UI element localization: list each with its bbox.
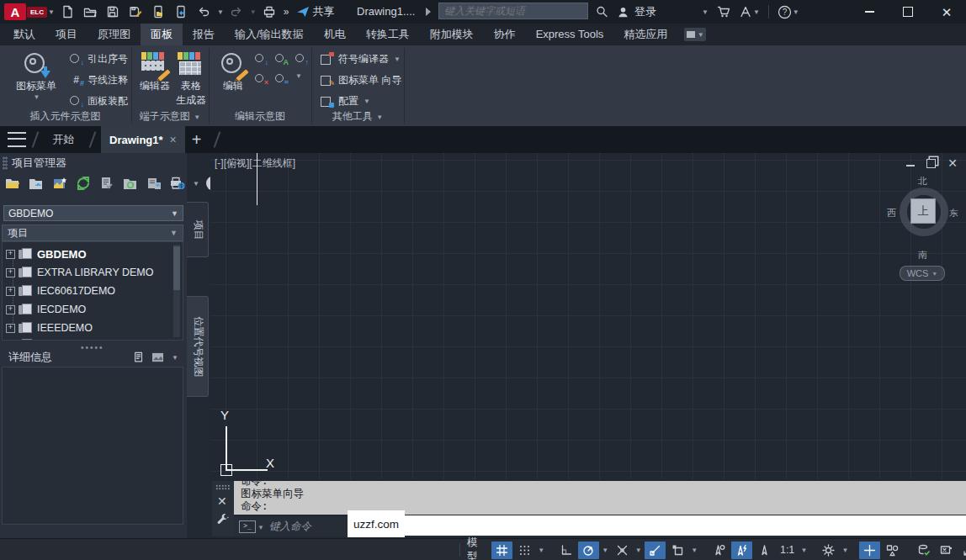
tree-scrollbar[interactable] <box>173 245 180 337</box>
new-file-button[interactable] <box>57 3 77 21</box>
command-prompt-icon[interactable]: >_ <box>239 520 256 533</box>
command-dropdown-icon[interactable]: ▼ <box>257 524 264 531</box>
file-tab-start[interactable]: 开始 <box>45 126 83 153</box>
polar-tracking-button[interactable] <box>578 542 599 559</box>
close-button[interactable]: ✕ <box>927 0 966 24</box>
qat-overflow-icon[interactable]: » <box>284 6 288 18</box>
tree-item-iec60617[interactable]: + IEC60617DEMO <box>6 283 115 299</box>
undo-dropdown-icon[interactable]: ▼ <box>217 8 224 16</box>
panel-assembly-button[interactable]: ↓ 面板装配 <box>69 94 128 108</box>
signin-dropdown-icon[interactable]: ▼ <box>702 8 709 16</box>
expand-icon[interactable]: + <box>6 305 15 314</box>
annotation-autoscale-button[interactable] <box>731 542 752 559</box>
scale-dropdown-icon[interactable]: ▼ <box>799 542 809 559</box>
balloon-button[interactable]: ↓ 引出序号 <box>69 52 128 66</box>
isodraft-dropdown-icon[interactable]: ▼ <box>690 542 699 559</box>
tab-add-ins[interactable]: 附加模块 <box>420 24 484 45</box>
task-list-button[interactable] <box>98 175 116 192</box>
table-generator-button[interactable]: 表格 生成器 <box>173 50 209 108</box>
file-tabs-menu-button[interactable] <box>8 132 26 147</box>
otrack-dropdown-icon[interactable]: ▼ <box>634 542 644 559</box>
help-button[interactable]: ? ▼ <box>778 3 799 21</box>
projects-section-header[interactable]: 项目 ▼ <box>2 225 183 241</box>
tree-item-partial[interactable]: + <box>6 336 34 341</box>
update-footprint-button[interactable]: ↑ <box>295 52 308 65</box>
plot-project-button[interactable] <box>168 175 187 192</box>
scrollbar-thumb[interactable] <box>173 246 180 290</box>
wcs-menu[interactable]: WCS▼ <box>900 266 945 281</box>
isolate-objects-button[interactable] <box>882 542 903 559</box>
tab-project[interactable]: 项目 <box>45 24 88 45</box>
save-as-button[interactable] <box>125 3 146 21</box>
new-drawing-tab-button[interactable]: + <box>192 130 202 150</box>
sign-in-button[interactable]: 登录 <box>617 3 656 21</box>
tab-collaborate[interactable]: 协作 <box>484 24 526 45</box>
open-from-web-button[interactable] <box>148 3 168 21</box>
tab-default[interactable]: 默认 <box>3 24 45 45</box>
file-tab-drawing1[interactable]: Drawing1* × <box>101 126 185 153</box>
save-to-web-button[interactable] <box>171 3 191 21</box>
edit-footprint-button[interactable]: 编辑 <box>215 50 252 93</box>
save-button[interactable] <box>103 3 123 21</box>
crosshair-toggle-button[interactable] <box>859 542 880 559</box>
edit-tools-dropdown-icon[interactable]: ▼ <box>295 72 302 85</box>
annotation-visibility-button[interactable] <box>709 542 730 559</box>
share-button[interactable]: 共享 <box>296 3 334 21</box>
ortho-mode-button[interactable] <box>555 542 576 559</box>
icon-menu-wizard-button[interactable]: ✎ 图标菜单 向导 <box>320 73 401 87</box>
tree-item-ieeedemo[interactable]: + IEEEDEMO <box>6 320 93 336</box>
tab-electromechanical[interactable]: 机电 <box>314 24 356 45</box>
viewcube-east[interactable]: 东 <box>949 207 958 219</box>
viewcube-top-face[interactable]: 上 <box>910 198 936 224</box>
dock-grip[interactable] <box>215 484 231 490</box>
open-project-button[interactable] <box>3 175 22 192</box>
new-drawing-button[interactable] <box>50 175 69 192</box>
expand-icon[interactable]: + <box>6 250 15 259</box>
app-store-button[interactable] <box>714 3 734 21</box>
annotation-scale-button[interactable] <box>754 542 775 559</box>
project-selector-combo[interactable]: GBDEMO ▼ <box>3 205 183 221</box>
tree-item-iecdemo[interactable]: + IECDEMO <box>6 301 86 318</box>
workspace-dropdown-icon[interactable]: ▼ <box>841 542 850 559</box>
icon-menu-button[interactable]: 图标菜单 ▼ <box>8 50 64 101</box>
snap-dropdown-icon[interactable]: ▼ <box>537 542 546 559</box>
ribbon-display-button[interactable]: ▼ <box>684 28 706 41</box>
model-space-button[interactable]: 模型 <box>464 542 490 559</box>
help-search-box[interactable] <box>438 3 588 19</box>
tab-reports[interactable]: 报告 <box>183 24 225 45</box>
details-doc-icon[interactable] <box>133 351 145 363</box>
workspace-switching-button[interactable] <box>818 542 839 559</box>
undo-button[interactable] <box>194 3 214 21</box>
terminal-editor-button[interactable]: 编辑器 <box>137 50 172 93</box>
palette-grip[interactable] <box>3 156 8 170</box>
search-button[interactable] <box>592 3 612 21</box>
polar-dropdown-icon[interactable]: ▼ <box>601 542 610 559</box>
viewcube-north[interactable]: 北 <box>918 175 927 188</box>
command-input-placeholder[interactable]: 键入命令 <box>269 520 311 534</box>
tab-featured-apps[interactable]: 精选应用 <box>613 24 677 45</box>
expand-icon[interactable]: + <box>6 324 15 333</box>
maximize-button[interactable] <box>889 0 927 24</box>
rename-attributes-button[interactable]: A <box>274 52 288 65</box>
customize-wrench-icon[interactable] <box>216 513 230 526</box>
viewport-controls-label[interactable]: [-][俯视][二维线框] <box>215 156 295 171</box>
grid-display-button[interactable] <box>491 542 512 559</box>
app-menu-button[interactable]: A ELC ▼ <box>4 3 55 21</box>
publish-button[interactable] <box>145 175 163 192</box>
configuration-button[interactable]: 配置 ▼ <box>320 94 370 108</box>
isodraft-button[interactable] <box>667 542 688 559</box>
search-expand-icon[interactable] <box>426 8 431 16</box>
redo-button[interactable] <box>226 3 247 21</box>
tree-item-extra-library[interactable]: + EXTRA LIBRARY DEMO <box>6 264 153 281</box>
viewcube-south[interactable]: 南 <box>918 249 927 262</box>
close-tab-icon[interactable]: × <box>170 133 177 146</box>
graphics-performance-button[interactable] <box>913 542 934 559</box>
redo-dropdown-icon[interactable]: ▼ <box>250 8 257 16</box>
command-history[interactable]: 命令: 图标菜单向导 命令: <box>234 481 966 515</box>
snap-mode-button[interactable] <box>514 542 535 559</box>
delete-footprint-button[interactable]: × <box>254 72 268 85</box>
equalize-button[interactable]: = <box>274 72 288 85</box>
open-file-button[interactable] <box>80 3 100 21</box>
annotation-scale-value[interactable]: 1:1 <box>777 542 798 559</box>
tab-conversion-tools[interactable]: 转换工具 <box>356 24 420 45</box>
